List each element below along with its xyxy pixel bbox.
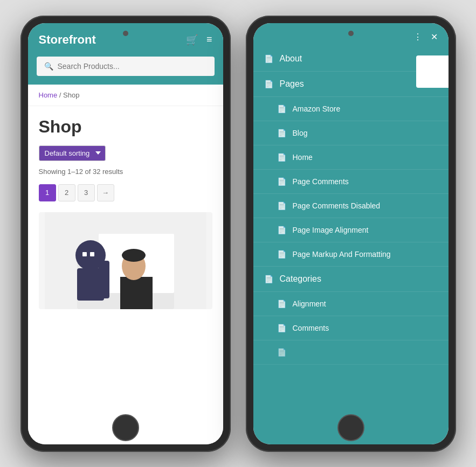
shop-title: Shop xyxy=(39,117,212,137)
hamburger-icon[interactable]: ≡ xyxy=(206,34,212,45)
page-icon-comments-cat: 📄 xyxy=(277,324,286,332)
page-icon-comments-disabled: 📄 xyxy=(277,201,286,210)
menu-item-home[interactable]: 📄 Home xyxy=(253,145,449,170)
search-bar: 🔍 xyxy=(28,57,223,85)
right-phone-speaker xyxy=(348,31,354,36)
menu-label-alignment: Alignment xyxy=(293,299,326,308)
menu-item-comments-cat[interactable]: 📄 Comments xyxy=(253,316,449,340)
white-card-overlay xyxy=(416,55,449,88)
right-phone-home-button[interactable] xyxy=(337,414,364,441)
page-icon-comments: 📄 xyxy=(277,177,286,186)
close-icon[interactable]: ✕ xyxy=(431,32,438,42)
menu-top-actions: ⋮ ✕ xyxy=(413,32,438,42)
page-icon-home: 📄 xyxy=(277,153,286,162)
menu-label-comments-cat: Comments xyxy=(293,324,329,332)
search-input[interactable] xyxy=(58,62,207,71)
menu-label-markup: Page Markup And Formatting xyxy=(293,250,391,259)
header-icons: 🛒 ≡ xyxy=(186,34,212,46)
store-content: Home / Shop Shop Default sorting Showing… xyxy=(28,85,223,444)
menu-item-page-markup[interactable]: 📄 Page Markup And Formatting xyxy=(253,242,449,267)
menu-item-amazon-store[interactable]: 📄 Amazon Store xyxy=(253,97,449,121)
search-icon: 🔍 xyxy=(44,62,53,71)
page-btn-1[interactable]: 1 xyxy=(39,184,56,201)
svg-point-11 xyxy=(122,249,146,262)
svg-rect-6 xyxy=(90,252,94,256)
menu-item-blog[interactable]: 📄 Blog xyxy=(253,121,449,145)
page-icon-image-alignment: 📄 xyxy=(277,226,286,234)
right-phone: ⋮ ✕ 📄 About 📄 Pages xyxy=(246,16,456,452)
page-icon-blog: 📄 xyxy=(277,129,286,137)
menu-label-blog: Blog xyxy=(293,129,308,137)
shop-body: Shop Default sorting Showing 1–12 of 32 … xyxy=(28,106,223,320)
menu-label-comments: Page Comments xyxy=(293,177,349,186)
settings-icon[interactable]: ⋮ xyxy=(413,32,422,42)
right-phone-screen: ⋮ ✕ 📄 About 📄 Pages xyxy=(253,23,449,444)
svg-rect-8 xyxy=(99,261,109,298)
breadcrumb-home[interactable]: Home xyxy=(39,91,58,99)
menu-label-home: Home xyxy=(293,153,313,162)
menu-item-page-comments[interactable]: 📄 Page Comments xyxy=(253,170,449,194)
search-input-wrap[interactable]: 🔍 xyxy=(37,57,215,76)
page-btn-2[interactable]: 2 xyxy=(58,184,75,201)
page-btn-next[interactable]: → xyxy=(97,184,114,201)
page-btn-3[interactable]: 3 xyxy=(78,184,95,201)
menu-item-alignment[interactable]: 📄 Alignment xyxy=(253,292,449,316)
results-text: Showing 1–12 of 32 results xyxy=(39,168,212,176)
page-icon-about: 📄 xyxy=(264,54,273,63)
menu-label-image-alignment: Page Image Alignment xyxy=(293,226,369,234)
breadcrumb: Home / Shop xyxy=(28,85,223,106)
svg-rect-9 xyxy=(120,277,153,309)
menu-item-categories[interactable]: 📄 Categories xyxy=(253,267,449,292)
left-phone-screen: Storefront 🛒 ≡ 🔍 Home / Shop xyxy=(28,23,223,444)
menu-item-partial[interactable]: 📄 xyxy=(253,340,449,365)
menu-item-page-image-alignment[interactable]: 📄 Page Image Alignment xyxy=(253,218,449,242)
phone-home-button[interactable] xyxy=(112,414,139,441)
page-icon-amazon: 📄 xyxy=(277,104,286,113)
menu-label-pages: Pages xyxy=(280,79,304,89)
page-icon-markup: 📄 xyxy=(277,250,286,259)
left-phone: Storefront 🛒 ≡ 🔍 Home / Shop xyxy=(20,16,231,452)
page-icon-pages: 📄 xyxy=(264,80,273,88)
sort-select[interactable]: Default sorting xyxy=(39,145,106,161)
menu-item-page-comments-disabled[interactable]: 📄 Page Comments Disabled xyxy=(253,194,449,218)
menu-label-categories: Categories xyxy=(280,274,321,284)
svg-rect-5 xyxy=(82,252,87,256)
phone-speaker xyxy=(123,31,128,36)
ninja-svg xyxy=(45,212,206,309)
page-icon-alignment: 📄 xyxy=(277,299,286,308)
page-icon-categories: 📄 xyxy=(264,275,273,283)
menu-label-about: About xyxy=(280,54,302,64)
breadcrumb-separator: / xyxy=(57,91,63,99)
menu-label-comments-disabled: Page Comments Disabled xyxy=(293,201,381,210)
product-image xyxy=(39,212,212,309)
menu-label-amazon: Amazon Store xyxy=(293,104,341,113)
page-icon-partial: 📄 xyxy=(277,348,286,357)
menu-panel: ⋮ ✕ 📄 About 📄 Pages xyxy=(253,23,449,444)
store-header: Storefront 🛒 ≡ xyxy=(28,23,223,57)
pagination: 1 2 3 → xyxy=(39,184,212,201)
store-logo: Storefront xyxy=(39,33,96,47)
breadcrumb-current: Shop xyxy=(63,91,79,99)
cart-icon[interactable]: 🛒 xyxy=(186,34,198,46)
